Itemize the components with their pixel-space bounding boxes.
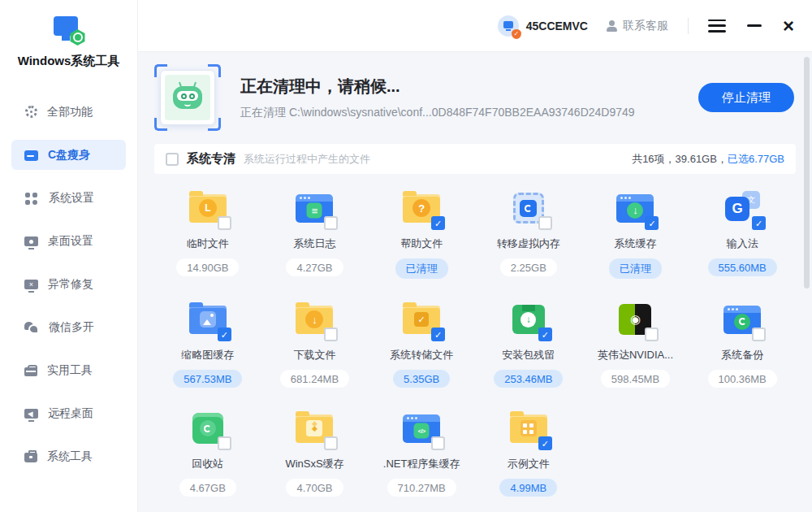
clean-item-sample-files[interactable]: 示例文件 4.99MB [475,410,582,497]
menu-button[interactable] [708,20,726,33]
contact-support-link[interactable]: 联系客服 [623,19,668,33]
item-status-badge: 已清理 [395,258,448,279]
clean-items-grid: L 临时文件 14.90GB ≡ 系统日志 4.27GB ? 帮 [154,190,796,497]
clean-item-system-backup[interactable]: 系统备份 100.36MB [689,302,796,388]
section-summary: 共16项，39.61GB，已选6.77GB [632,152,784,167]
clean-item-winsxs-cache[interactable]: ◆ WinSxS缓存 4.70GB [261,410,369,497]
item-checkbox[interactable] [218,436,231,450]
user-id: 45CCEMVC [526,20,588,33]
item-label: 系统备份 [721,348,763,362]
item-size-badge: 4.70GB [286,479,343,497]
summary-selected: 已选6.77GB [728,153,784,165]
item-label: 临时文件 [187,236,229,251]
item-checkbox[interactable] [431,328,445,341]
clean-item-recycle-bin[interactable]: 回收站 4.67GB [154,410,261,497]
sidebar-nav: 全部功能 C盘瘦身 系统设置 桌面设置 × 异常修复 微信多开 [0,90,137,478]
item-checkbox[interactable] [752,216,766,230]
sidebar-item-error-repair[interactable]: × 异常修复 [11,269,126,299]
sidebar-item-all-functions[interactable]: 全部功能 [11,97,126,127]
item-checkbox[interactable] [324,216,338,230]
item-size-badge: 5.35GB [393,370,450,388]
item-checkbox[interactable] [431,436,445,450]
toolbox-icon [24,367,37,376]
clean-item-installer-residue[interactable]: ↓ 安装包残留 253.46MB [475,302,582,388]
item-size-badge: 2.25GB [500,258,557,276]
sidebar-item-system-settings[interactable]: 系统设置 [11,183,126,213]
clean-item-dump-files[interactable]: ✓ 系统转储文件 5.35GB [368,302,475,388]
item-label: 英伟达NVIDIA... [598,348,673,362]
apps-grid-icon [24,192,39,205]
sidebar-item-label: 远程桌面 [48,406,93,421]
item-size-badge: 598.45MB [601,370,670,388]
item-checkbox[interactable] [538,328,552,341]
user-avatar[interactable]: ✓ [498,15,519,37]
desktop-gear-icon [24,236,38,246]
item-size-badge: 710.27MB [387,479,456,497]
item-size-badge: 681.24MB [280,370,349,388]
clean-item-system-log[interactable]: ≡ 系统日志 4.27GB [261,190,369,279]
item-size-badge: 253.46MB [494,370,563,388]
app-logo-icon [52,16,86,46]
item-label: 系统缓存 [614,236,656,251]
gear-icon [25,106,37,118]
sidebar-item-system-tools[interactable]: 系统工具 [11,441,126,471]
repair-monitor-icon: × [24,280,38,289]
sidebar-item-label: 桌面设置 [48,234,93,249]
clean-item-system-cache[interactable]: ↓ 系统缓存 已清理 [582,190,689,279]
item-size-badge: 100.36MB [708,370,777,388]
sidebar-item-label: 系统设置 [49,191,94,206]
sidebar-item-c-drive-slim[interactable]: C盘瘦身 [11,140,126,170]
sidebar-item-label: 全部功能 [47,105,93,119]
cleaning-robot-icon [154,64,221,131]
item-label: 转移虚拟内存 [497,236,560,251]
item-checkbox[interactable] [538,436,552,450]
shield-badge-icon: ✓ [512,29,521,39]
cleaning-title: 正在清理中，请稍候... [240,76,635,98]
summary-total: 共16项，39.61GB， [632,153,728,165]
sidebar-item-label: 微信多开 [49,320,94,335]
scrollbar-thumb[interactable] [804,57,810,289]
clean-item-help-files[interactable]: ? 帮助文件 已清理 [368,190,475,279]
sidebar-item-label: C盘瘦身 [48,148,90,163]
section-header: 系统专清 系统运行过程中产生的文件 共16项，39.61GB，已选6.77GB [154,144,796,174]
section-subtitle: 系统运行过程中产生的文件 [244,152,370,167]
app-logo: Windows系统工具 [0,16,137,69]
clean-item-downloads[interactable]: ↓ 下载文件 681.24MB [261,302,369,388]
minimize-button[interactable] [747,24,762,27]
close-button[interactable]: × [783,16,794,36]
sidebar-item-remote-desktop[interactable]: 远程桌面 [11,398,126,428]
item-label: 系统日志 [293,236,335,251]
stop-cleaning-button[interactable]: 停止清理 [698,83,794,112]
cleaning-header: 正在清理中，请稍候... 正在清理 C:\windows\sysnative\c… [154,64,794,131]
item-label: 示例文件 [508,457,550,471]
item-checkbox[interactable] [431,216,445,230]
disk-icon [24,150,38,161]
sidebar-item-label: 异常修复 [48,277,93,292]
clean-item-nvidia[interactable]: ◉ 英伟达NVIDIA... 598.45MB [582,302,689,388]
item-checkbox[interactable] [218,216,231,230]
clean-item-input-method[interactable]: 文 G 输入法 555.60MB [689,190,796,279]
item-checkbox[interactable] [645,216,659,230]
item-size-badge: 4.99MB [499,479,557,497]
item-checkbox[interactable] [752,328,766,341]
sidebar: Windows系统工具 全部功能 C盘瘦身 系统设置 桌面设置 × 异常修复 [0,0,138,512]
sidebar-item-desktop-settings[interactable]: 桌面设置 [11,226,126,256]
item-checkbox[interactable] [645,328,659,341]
item-checkbox[interactable] [324,436,338,450]
item-checkbox[interactable] [538,216,552,230]
cleaning-text: 正在清理中，请稍候... 正在清理 C:\windows\sysnative\c… [240,76,635,120]
clean-item-thumbnail-cache[interactable]: 缩略图缓存 567.53MB [154,302,261,388]
item-checkbox[interactable] [324,328,338,341]
item-status-badge: 已清理 [609,258,662,279]
clean-item-dotnet-cache[interactable]: </> .NET程序集缓存 710.27MB [368,410,475,497]
person-icon [606,20,618,32]
clean-item-temp-files[interactable]: L 临时文件 14.90GB [154,190,261,279]
item-label: 输入法 [727,236,758,251]
sidebar-item-utility-tools[interactable]: 实用工具 [11,355,126,385]
item-checkbox[interactable] [218,328,231,341]
clean-item-virtual-memory[interactable]: 转移虚拟内存 2.25GB [475,190,582,279]
section-checkbox[interactable] [166,153,179,166]
item-label: 安装包残留 [502,348,555,362]
sidebar-item-wechat-multi[interactable]: 微信多开 [11,312,126,342]
item-label: 下载文件 [293,348,335,362]
